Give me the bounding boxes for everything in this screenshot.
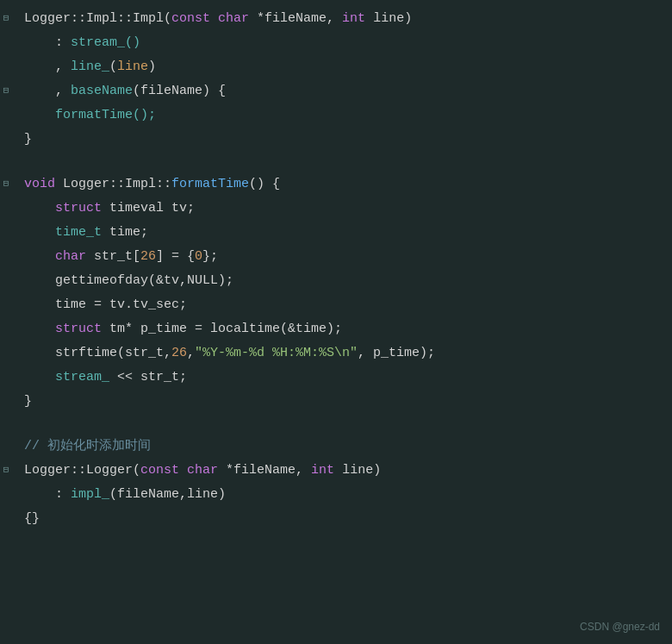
code-text: : impl_(fileName,line): [7, 485, 226, 505]
token: ): [148, 59, 156, 74]
token: [179, 463, 187, 478]
code-text: time = tv.tv_sec;: [7, 295, 187, 316]
code-line: // 初始化时添加时间: [0, 435, 672, 459]
code-editor: ⊟Logger::Impl::Impl(const char *fileName…: [0, 0, 672, 644]
fold-indicator[interactable]: ⊟: [0, 177, 12, 192]
token: tm* p_time = localtime(&time);: [102, 322, 342, 336]
token: time_t: [55, 225, 102, 240]
token: "%Y-%m-%d %H:%M:%S\n": [195, 346, 358, 360]
token: << str_t;: [109, 370, 187, 385]
token: :: [55, 35, 71, 50]
token: char: [55, 249, 86, 264]
token: baseName: [71, 84, 133, 98]
token: int: [311, 463, 334, 478]
code-text: // 初始化时添加时间: [7, 436, 151, 457]
watermark: CSDN @gnez-dd: [580, 619, 660, 635]
code-text: void Logger::Impl::formatTime() {: [7, 174, 280, 195]
token: 26: [171, 346, 187, 360]
code-text: , line_(line): [7, 57, 156, 78]
code-line: [0, 414, 672, 435]
token: impl_: [71, 487, 109, 502]
fold-indicator[interactable]: ⊟: [0, 84, 12, 99]
token: char: [218, 11, 249, 26]
token: line_: [71, 59, 109, 74]
token: *fileName,: [249, 11, 342, 26]
token: struct: [55, 322, 102, 336]
code-line: time = tv.tv_sec;: [0, 293, 672, 317]
token: time = tv.tv_sec;: [55, 297, 187, 312]
code-text: {}: [7, 509, 40, 529]
token: ] = {: [156, 249, 195, 264]
token: (fileName,line): [109, 487, 226, 502]
token: ,: [55, 59, 71, 74]
code-text: }: [7, 129, 32, 150]
token: [210, 11, 218, 26]
token: (: [109, 59, 117, 74]
token: Logger::Logger(: [24, 463, 140, 478]
token: time;: [102, 225, 148, 240]
token: stream_: [55, 370, 109, 385]
token: 0: [195, 249, 202, 264]
token: char: [187, 463, 218, 478]
code-line: gettimeofday(&tv,NULL);: [0, 269, 672, 293]
code-text: stream_ << str_t;: [7, 367, 187, 388]
code-line: , line_(line): [0, 55, 672, 79]
code-text: gettimeofday(&tv,NULL);: [7, 271, 233, 291]
code-text: , baseName(fileName) {: [7, 81, 226, 102]
code-line: ⊟ , baseName(fileName) {: [0, 79, 672, 103]
fold-indicator[interactable]: ⊟: [0, 463, 12, 478]
token: int: [342, 11, 365, 26]
code-line: stream_ << str_t;: [0, 366, 672, 390]
token: , p_time);: [358, 346, 435, 360]
code-text: char str_t[26] = {0};: [7, 247, 218, 267]
code-text: struct timeval tv;: [7, 198, 195, 219]
token: Logger::Impl::Impl(: [24, 11, 171, 26]
token: gettimeofday(&tv,NULL);: [55, 273, 233, 288]
token: stream_(): [71, 35, 140, 50]
code-line: {}: [0, 507, 672, 531]
code-line: char str_t[26] = {0};: [0, 245, 672, 269]
code-line: }: [0, 390, 672, 414]
token: Logger::Impl::: [55, 177, 171, 191]
token: }: [24, 394, 32, 409]
code-text: }: [7, 391, 32, 412]
fold-indicator[interactable]: ⊟: [0, 11, 12, 27]
token: *fileName,: [218, 463, 311, 478]
code-text: strftime(str_t,26,"%Y-%m-%d %H:%M:%S\n",…: [7, 343, 435, 364]
code-line: ⊟Logger::Impl::Impl(const char *fileName…: [0, 7, 672, 31]
token: :: [55, 487, 71, 502]
token: (fileName) {: [133, 84, 226, 98]
token: line): [365, 11, 412, 26]
token: ,: [187, 346, 195, 360]
code-line: ⊟Logger::Logger(const char *fileName, in…: [0, 459, 672, 483]
token: strftime(str_t,: [55, 346, 171, 360]
token: struct: [55, 201, 102, 216]
code-line: ⊟void Logger::Impl::formatTime() {: [0, 172, 672, 197]
code-text: struct tm* p_time = localtime(&time);: [7, 319, 342, 340]
token: str_t[: [86, 249, 140, 264]
token: {}: [24, 511, 40, 526]
token: // 初始化时添加时间: [24, 439, 151, 453]
code-text: Logger::Impl::Impl(const char *fileName,…: [7, 9, 412, 29]
token: formatTime();: [55, 108, 156, 122]
code-line: formatTime();: [0, 103, 672, 128]
code-line: : impl_(fileName,line): [0, 483, 672, 507]
code-line: struct tm* p_time = localtime(&time);: [0, 317, 672, 341]
token: const: [140, 463, 179, 478]
code-line: : stream_(): [0, 31, 672, 55]
code-text: : stream_(): [7, 33, 140, 53]
code-line: struct timeval tv;: [0, 197, 672, 221]
token: 26: [140, 249, 156, 264]
code-line: }: [0, 128, 672, 152]
code-text: formatTime();: [7, 105, 156, 126]
token: }: [24, 132, 32, 147]
token: timeval tv;: [102, 201, 195, 216]
token: void: [24, 177, 55, 191]
code-text: time_t time;: [7, 222, 148, 243]
token: };: [202, 249, 218, 264]
token: () {: [249, 177, 280, 191]
code-line: strftime(str_t,26,"%Y-%m-%d %H:%M:%S\n",…: [0, 341, 672, 366]
code-text: Logger::Logger(const char *fileName, int…: [7, 460, 381, 481]
code-line: time_t time;: [0, 221, 672, 245]
token: line: [117, 59, 148, 74]
